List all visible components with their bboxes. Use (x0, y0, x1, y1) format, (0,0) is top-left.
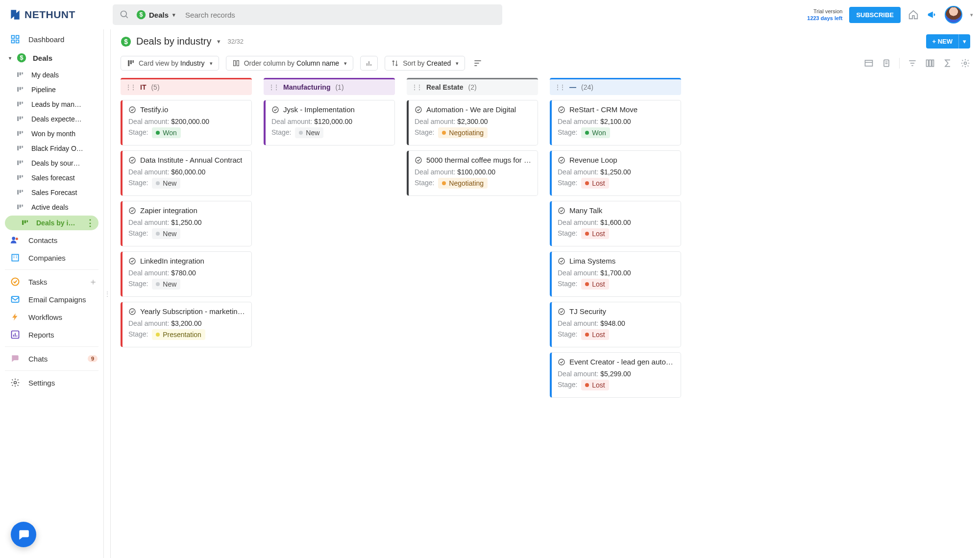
svg-point-83 (129, 157, 135, 163)
drag-handle-icon[interactable]: ⋮⋮ (412, 84, 421, 91)
sort-selector[interactable]: Sort by Created ▾ (385, 56, 465, 71)
check-circle-icon (128, 106, 136, 114)
deal-title: Jysk - Implementation (283, 105, 355, 114)
deal-card[interactable]: Event Creator - lead gen automa… Deal am… (550, 352, 681, 398)
stage-badge: Negotiating (438, 127, 488, 138)
svg-rect-13 (17, 87, 19, 92)
sidebar-item-deals-view[interactable]: Deals by indu…⋮ (5, 216, 98, 230)
drag-handle-icon[interactable]: ⋮⋮ (555, 84, 564, 91)
nav-tasks[interactable]: Tasks ＋ (0, 273, 103, 291)
subscribe-button[interactable]: SUBSCRIBE (849, 7, 901, 23)
deal-card[interactable]: 5000 thermal coffee mugs for N… Deal amo… (407, 150, 538, 196)
new-record-dropdown[interactable]: ▾ (958, 34, 970, 49)
sidebar-item-deals-view[interactable]: Leads by man… (0, 97, 103, 112)
home-icon[interactable] (907, 9, 919, 21)
nav-deals[interactable]: ▾ $ Deals (5, 49, 98, 67)
nav-reports[interactable]: Reports (0, 326, 103, 343)
nav-contacts[interactable]: Contacts (0, 231, 103, 249)
check-circle-icon (128, 207, 136, 215)
deal-card[interactable]: Lima Systems Deal amount: $1,700.00 Stag… (550, 251, 681, 297)
stats-button[interactable] (360, 56, 378, 71)
order-column-selector[interactable]: Order column by Column name ▾ (226, 56, 354, 71)
drag-handle-icon[interactable]: ⋮⋮ (269, 84, 278, 91)
view-chevron-icon[interactable]: ▾ (217, 38, 220, 45)
announce-icon[interactable] (926, 9, 938, 21)
deal-amount: $1,600.00 (600, 218, 631, 226)
avatar[interactable] (945, 6, 962, 24)
stage-badge: Won (581, 127, 610, 138)
svg-point-87 (272, 107, 278, 113)
svg-rect-37 (17, 205, 19, 209)
sidebar-item-deals-view[interactable]: Sales forecast (0, 170, 103, 185)
sidebar-item-deals-view[interactable]: Won by month (0, 126, 103, 141)
sidebar-item-deals-view[interactable]: Active deals (0, 200, 103, 215)
sigma-icon[interactable] (943, 58, 953, 69)
deal-card[interactable]: Yearly Subscription - marketing t… Deal … (121, 302, 252, 347)
svg-rect-19 (17, 117, 19, 121)
gear-icon[interactable] (960, 58, 970, 69)
drag-handle-icon[interactable]: ⋮⋮ (125, 84, 135, 91)
account-chevron-icon[interactable]: ▾ (970, 12, 973, 18)
clipboard-icon[interactable] (882, 58, 891, 69)
search-input[interactable] (179, 11, 498, 19)
deal-card[interactable]: Many Talk Deal amount: $1,600.00 Stage: … (550, 201, 681, 246)
filter-icon[interactable] (907, 58, 917, 69)
dollar-circle-icon: $ (136, 10, 146, 20)
sidebar-item-deals-view[interactable]: Deals expecte… (0, 112, 103, 126)
deal-card[interactable]: Zapier integration Deal amount: $1,250.0… (121, 201, 252, 246)
svg-rect-79 (929, 60, 931, 66)
more-icon[interactable]: ⋮ (86, 218, 95, 228)
sidebar-item-deals-view[interactable]: Black Friday O… (0, 141, 103, 156)
sidebar-item-deals-view[interactable]: Pipeline (0, 82, 103, 97)
deal-card[interactable]: LinkedIn integration Deal amount: $780.0… (121, 251, 252, 297)
deal-card[interactable]: Automation - We are Digital Deal amount:… (407, 100, 538, 146)
chat-fab[interactable] (11, 522, 36, 547)
deal-amount: $1,700.00 (600, 269, 631, 277)
deal-card[interactable]: ReStart - CRM Move Deal amount: $2,100.0… (550, 100, 681, 146)
column-name: — (569, 83, 576, 91)
nav-chats[interactable]: Chats 9 (0, 350, 103, 367)
deal-title: Zapier integration (140, 206, 197, 215)
deal-card[interactable]: TJ Security Deal amount: $948.00 Stage: … (550, 302, 681, 347)
search-scope-selector[interactable]: $ Deals ▾ (132, 10, 179, 20)
nav-settings[interactable]: Settings (0, 374, 103, 391)
check-circle-icon (558, 358, 565, 366)
nav-dashboard[interactable]: Dashboard (0, 30, 103, 48)
bar-chart-icon (365, 59, 373, 67)
table-view-icon[interactable] (864, 58, 874, 69)
add-icon[interactable]: ＋ (89, 276, 98, 288)
board-small-icon (21, 219, 29, 227)
card-view-selector[interactable]: Card view by Industry ▾ (121, 56, 219, 71)
deal-card[interactable]: Data Institute - Annual Contract Deal am… (121, 150, 252, 196)
column-count: (1) (335, 83, 343, 91)
new-record-button[interactable]: + NEW (926, 34, 958, 49)
column-header[interactable]: ⋮⋮Real Estate (2) (407, 78, 538, 95)
svg-point-85 (129, 258, 135, 264)
stage-badge: Lost (581, 279, 609, 290)
svg-point-81 (964, 62, 967, 65)
column-count: (5) (151, 83, 159, 91)
column-header[interactable]: ⋮⋮— (24) (550, 78, 681, 95)
deal-card[interactable]: Revenue Loop Deal amount: $1,250.00 Stag… (550, 150, 681, 196)
nav-workflows[interactable]: Workflows (0, 308, 103, 326)
deal-card[interactable]: Jysk - Implementation Deal amount: $120,… (264, 100, 395, 146)
sidebar-item-deals-view[interactable]: My deals (0, 68, 103, 82)
column-header[interactable]: ⋮⋮IT (5) (121, 78, 252, 95)
svg-rect-17 (20, 102, 21, 105)
search-bar[interactable]: $ Deals ▾ (113, 4, 502, 25)
column-header[interactable]: ⋮⋮Manufacturing (1) (264, 78, 395, 95)
sidebar-resize-handle[interactable]: ⋮ (104, 29, 111, 558)
deal-card[interactable]: Testify.io Deal amount: $200,000.00 Stag… (121, 100, 252, 146)
nav-companies[interactable]: Companies (0, 249, 103, 267)
deal-amount: $948.00 (600, 319, 625, 327)
sidebar-item-deals-view[interactable]: Sales Forecast (0, 185, 103, 200)
sidebar-item-deals-view[interactable]: Deals by sour… (0, 156, 103, 170)
svg-rect-12 (22, 73, 23, 74)
columns-icon[interactable] (925, 58, 935, 69)
svg-rect-18 (22, 102, 23, 104)
nav-email-campaigns[interactable]: Email Campaigns (0, 291, 103, 308)
board-small-icon (16, 100, 24, 108)
sort-direction-button[interactable] (472, 55, 484, 71)
stage-badge: Negotiating (438, 178, 488, 189)
brand-logo[interactable]: NETHUNT (9, 8, 112, 21)
